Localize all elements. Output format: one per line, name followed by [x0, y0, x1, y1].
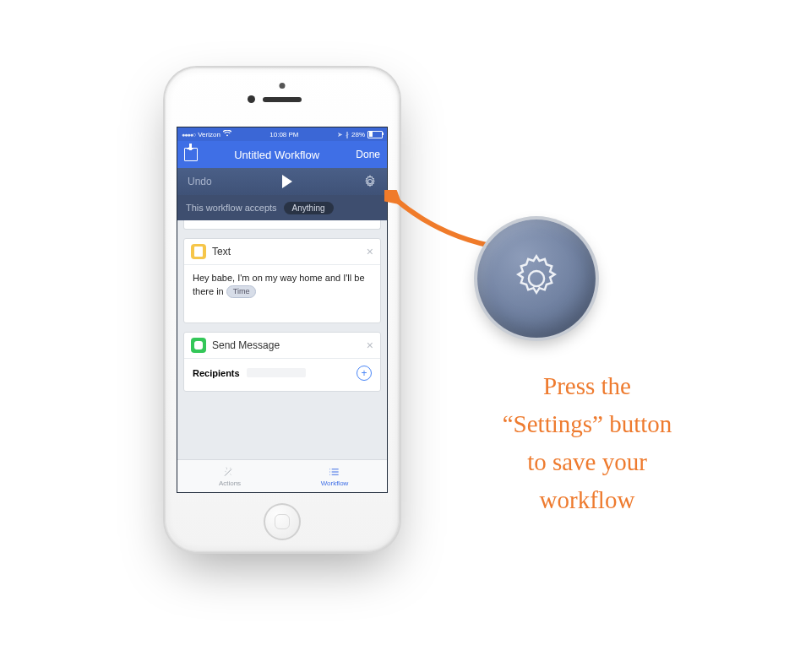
- accepts-bar: This workflow accepts Anything: [177, 195, 387, 220]
- bottom-tab-bar: Actions Workflow: [177, 459, 387, 492]
- gear-icon: [363, 175, 377, 188]
- location-icon: ➤: [337, 131, 343, 138]
- text-content: Hey babe, I'm on my way home and I'll be…: [193, 273, 365, 296]
- proximity-sensor: [280, 83, 286, 89]
- annotation-caption: Press the “Settings” button to save your…: [452, 367, 722, 519]
- phone-screen: ●●●●○ Verizon 10:08 PM ➤ ∦ 28% Untitled: [177, 127, 388, 493]
- undo-button[interactable]: Undo: [188, 176, 212, 187]
- accepts-prefix: This workflow accepts: [186, 203, 277, 213]
- caption-line: workflow: [452, 481, 722, 519]
- status-bar: ●●●●○ Verizon 10:08 PM ➤ ∦ 28%: [177, 127, 387, 141]
- clock-label: 10:08 PM: [269, 131, 298, 138]
- caption-line: “Settings” button: [452, 405, 722, 443]
- action-card-send-message[interactable]: Send Message × Recipients +: [183, 332, 381, 392]
- workflow-canvas[interactable]: Text × Hey babe, I'm on my way home and …: [177, 220, 387, 460]
- messages-app-icon: [191, 338, 206, 353]
- text-action-icon: [191, 244, 206, 259]
- tab-label: Workflow: [321, 480, 349, 487]
- close-icon[interactable]: ×: [367, 246, 373, 257]
- card-title: Send Message: [212, 339, 361, 351]
- caption-line: Press the: [452, 367, 722, 405]
- svg-point-0: [529, 271, 544, 286]
- text-card-body[interactable]: Hey babe, I'm on my way home and I'll be…: [184, 265, 380, 322]
- play-icon[interactable]: [282, 175, 292, 188]
- gear-icon: [507, 249, 566, 308]
- recipient-redacted: [247, 368, 306, 377]
- tab-label: Actions: [219, 480, 241, 487]
- tab-actions[interactable]: Actions: [177, 460, 282, 492]
- add-recipient-button[interactable]: +: [357, 366, 372, 381]
- editor-toolbar: Undo: [177, 168, 387, 195]
- phone-device-frame: ●●●●○ Verizon 10:08 PM ➤ ∦ 28% Untitled: [165, 68, 400, 552]
- accepts-value[interactable]: Anything: [284, 202, 334, 214]
- bluetooth-icon: ∦: [346, 131, 349, 138]
- close-icon[interactable]: ×: [367, 339, 373, 351]
- home-button[interactable]: [264, 503, 301, 540]
- workflow-title[interactable]: Untitled Workflow: [234, 149, 319, 161]
- nav-header: Untitled Workflow Done: [177, 141, 387, 168]
- variable-token-time[interactable]: Time: [226, 285, 257, 298]
- wifi-icon: [223, 130, 231, 138]
- carrier-label: Verizon: [198, 131, 220, 138]
- battery-icon: [367, 131, 383, 138]
- share-icon[interactable]: [184, 148, 198, 161]
- wand-icon: [223, 466, 237, 478]
- battery-pct-label: 28%: [351, 131, 365, 138]
- front-camera: [248, 95, 255, 103]
- card-title: Text: [212, 246, 361, 257]
- recipients-label: Recipients: [193, 368, 240, 378]
- signal-dots-icon: ●●●●○: [182, 132, 195, 138]
- previous-card-stub: [183, 220, 381, 230]
- list-icon: [328, 466, 341, 478]
- caption-line: to save your: [452, 443, 722, 481]
- settings-callout-bubble: [477, 219, 596, 338]
- tab-workflow[interactable]: Workflow: [282, 460, 387, 492]
- action-card-text[interactable]: Text × Hey babe, I'm on my way home and …: [183, 238, 381, 323]
- settings-button[interactable]: [363, 175, 377, 188]
- earpiece: [263, 97, 302, 102]
- done-button[interactable]: Done: [356, 149, 380, 160]
